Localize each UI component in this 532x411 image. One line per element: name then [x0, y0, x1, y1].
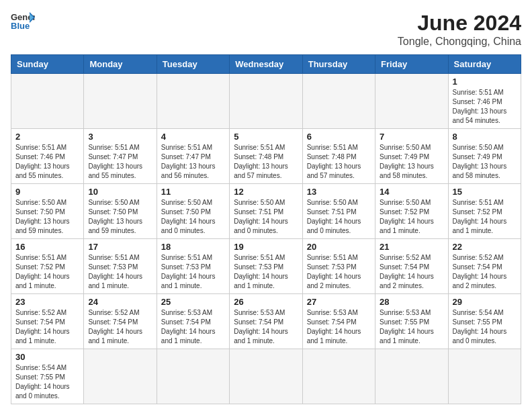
header-friday: Friday — [375, 55, 448, 74]
day-info: Sunrise: 5:51 AMSunset: 7:52 PMDaylight:… — [453, 198, 517, 236]
calendar-cell — [230, 349, 302, 404]
day-number: 24 — [88, 297, 152, 307]
day-info: Sunrise: 5:52 AMSunset: 7:54 PMDaylight:… — [380, 253, 443, 291]
calendar-cell: 30Sunrise: 5:54 AMSunset: 7:55 PMDayligh… — [11, 349, 84, 404]
header-thursday: Thursday — [302, 55, 375, 74]
calendar-cell: 23Sunrise: 5:52 AMSunset: 7:54 PMDayligh… — [11, 294, 84, 349]
calendar-cell: 14Sunrise: 5:50 AMSunset: 7:52 PMDayligh… — [375, 184, 448, 239]
calendar-week-1: 2Sunrise: 5:51 AMSunset: 7:46 PMDaylight… — [11, 129, 521, 184]
calendar-cell: 16Sunrise: 5:51 AMSunset: 7:52 PMDayligh… — [11, 239, 84, 294]
calendar-cell: 4Sunrise: 5:51 AMSunset: 7:47 PMDaylight… — [157, 129, 229, 184]
day-number: 14 — [380, 187, 443, 197]
calendar-cell: 15Sunrise: 5:51 AMSunset: 7:52 PMDayligh… — [448, 184, 521, 239]
calendar-cell — [84, 74, 157, 129]
day-number: 2 — [15, 132, 79, 142]
calendar-cell — [375, 74, 448, 129]
location-subtitle: Tongle, Chongqing, China — [398, 36, 521, 48]
day-number: 28 — [380, 297, 443, 307]
logo-icon: General Blue — [11, 11, 35, 31]
calendar-cell: 6Sunrise: 5:51 AMSunset: 7:48 PMDaylight… — [302, 129, 375, 184]
day-info: Sunrise: 5:52 AMSunset: 7:54 PMDaylight:… — [15, 308, 79, 346]
day-number: 30 — [15, 352, 79, 362]
day-info: Sunrise: 5:51 AMSunset: 7:46 PMDaylight:… — [453, 88, 517, 126]
calendar-cell: 11Sunrise: 5:50 AMSunset: 7:50 PMDayligh… — [157, 184, 229, 239]
calendar-cell — [84, 349, 157, 404]
calendar-cell: 3Sunrise: 5:51 AMSunset: 7:47 PMDaylight… — [84, 129, 157, 184]
calendar-cell — [302, 349, 375, 404]
day-info: Sunrise: 5:54 AMSunset: 7:55 PMDaylight:… — [453, 308, 517, 346]
calendar-cell: 22Sunrise: 5:52 AMSunset: 7:54 PMDayligh… — [448, 239, 521, 294]
calendar-cell: 29Sunrise: 5:54 AMSunset: 7:55 PMDayligh… — [448, 294, 521, 349]
calendar-cell: 10Sunrise: 5:50 AMSunset: 7:50 PMDayligh… — [84, 184, 157, 239]
calendar-cell: 12Sunrise: 5:50 AMSunset: 7:51 PMDayligh… — [230, 184, 302, 239]
day-number: 4 — [161, 132, 225, 142]
day-number: 29 — [453, 297, 517, 307]
calendar-cell: 18Sunrise: 5:51 AMSunset: 7:53 PMDayligh… — [157, 239, 229, 294]
header: General Blue June 2024 Tongle, Chongqing… — [11, 11, 521, 48]
day-number: 16 — [15, 242, 79, 252]
day-number: 25 — [161, 297, 225, 307]
calendar-cell: 9Sunrise: 5:50 AMSunset: 7:50 PMDaylight… — [11, 184, 84, 239]
day-number: 11 — [161, 187, 225, 197]
day-number: 21 — [380, 242, 443, 252]
day-info: Sunrise: 5:50 AMSunset: 7:50 PMDaylight:… — [88, 198, 152, 236]
day-info: Sunrise: 5:50 AMSunset: 7:51 PMDaylight:… — [234, 198, 298, 236]
day-number: 8 — [453, 132, 517, 142]
calendar-cell: 17Sunrise: 5:51 AMSunset: 7:53 PMDayligh… — [84, 239, 157, 294]
calendar-cell: 21Sunrise: 5:52 AMSunset: 7:54 PMDayligh… — [375, 239, 448, 294]
day-number: 15 — [453, 187, 517, 197]
day-info: Sunrise: 5:51 AMSunset: 7:53 PMDaylight:… — [88, 253, 152, 291]
logo: General Blue — [11, 11, 35, 31]
day-info: Sunrise: 5:51 AMSunset: 7:47 PMDaylight:… — [88, 143, 152, 181]
calendar-week-0: 1Sunrise: 5:51 AMSunset: 7:46 PMDaylight… — [11, 74, 521, 129]
day-info: Sunrise: 5:51 AMSunset: 7:53 PMDaylight:… — [307, 253, 371, 291]
calendar-cell — [230, 74, 302, 129]
day-number: 6 — [307, 132, 371, 142]
calendar-week-5: 30Sunrise: 5:54 AMSunset: 7:55 PMDayligh… — [11, 349, 521, 404]
calendar-cell — [157, 349, 229, 404]
day-info: Sunrise: 5:53 AMSunset: 7:54 PMDaylight:… — [161, 308, 225, 346]
calendar-cell: 26Sunrise: 5:53 AMSunset: 7:54 PMDayligh… — [230, 294, 302, 349]
day-info: Sunrise: 5:51 AMSunset: 7:47 PMDaylight:… — [161, 143, 225, 181]
day-number: 17 — [88, 242, 152, 252]
day-info: Sunrise: 5:54 AMSunset: 7:55 PMDaylight:… — [15, 363, 79, 401]
day-number: 13 — [307, 187, 371, 197]
calendar-cell: 28Sunrise: 5:53 AMSunset: 7:55 PMDayligh… — [375, 294, 448, 349]
day-number: 23 — [15, 297, 79, 307]
day-number: 10 — [88, 187, 152, 197]
calendar-cell — [11, 74, 84, 129]
day-info: Sunrise: 5:51 AMSunset: 7:46 PMDaylight:… — [15, 143, 79, 181]
calendar-cell: 20Sunrise: 5:51 AMSunset: 7:53 PMDayligh… — [302, 239, 375, 294]
calendar-cell: 8Sunrise: 5:50 AMSunset: 7:49 PMDaylight… — [448, 129, 521, 184]
calendar-cell: 25Sunrise: 5:53 AMSunset: 7:54 PMDayligh… — [157, 294, 229, 349]
day-number: 27 — [307, 297, 371, 307]
day-number: 7 — [380, 132, 443, 142]
day-info: Sunrise: 5:50 AMSunset: 7:50 PMDaylight:… — [15, 198, 79, 236]
calendar-cell: 7Sunrise: 5:50 AMSunset: 7:49 PMDaylight… — [375, 129, 448, 184]
calendar-cell: 24Sunrise: 5:52 AMSunset: 7:54 PMDayligh… — [84, 294, 157, 349]
day-number: 5 — [234, 132, 298, 142]
calendar-cell: 1Sunrise: 5:51 AMSunset: 7:46 PMDaylight… — [448, 74, 521, 129]
day-info: Sunrise: 5:50 AMSunset: 7:49 PMDaylight:… — [453, 143, 517, 181]
day-info: Sunrise: 5:53 AMSunset: 7:54 PMDaylight:… — [307, 308, 371, 346]
calendar-cell — [302, 74, 375, 129]
day-number: 9 — [15, 187, 79, 197]
day-number: 22 — [453, 242, 517, 252]
calendar-cell: 2Sunrise: 5:51 AMSunset: 7:46 PMDaylight… — [11, 129, 84, 184]
day-info: Sunrise: 5:50 AMSunset: 7:49 PMDaylight:… — [380, 143, 443, 181]
day-info: Sunrise: 5:51 AMSunset: 7:53 PMDaylight:… — [161, 253, 225, 291]
header-monday: Monday — [84, 55, 157, 74]
day-info: Sunrise: 5:50 AMSunset: 7:51 PMDaylight:… — [307, 198, 371, 236]
calendar-cell: 5Sunrise: 5:51 AMSunset: 7:48 PMDaylight… — [230, 129, 302, 184]
calendar-cell: 27Sunrise: 5:53 AMSunset: 7:54 PMDayligh… — [302, 294, 375, 349]
day-info: Sunrise: 5:52 AMSunset: 7:54 PMDaylight:… — [88, 308, 152, 346]
calendar-week-2: 9Sunrise: 5:50 AMSunset: 7:50 PMDaylight… — [11, 184, 521, 239]
day-info: Sunrise: 5:53 AMSunset: 7:54 PMDaylight:… — [234, 308, 298, 346]
title-section: June 2024 Tongle, Chongqing, China — [398, 11, 521, 48]
day-info: Sunrise: 5:50 AMSunset: 7:50 PMDaylight:… — [161, 198, 225, 236]
calendar-cell — [375, 349, 448, 404]
day-info: Sunrise: 5:52 AMSunset: 7:54 PMDaylight:… — [453, 253, 517, 291]
day-number: 19 — [234, 242, 298, 252]
day-number: 20 — [307, 242, 371, 252]
svg-text:Blue: Blue — [11, 21, 30, 31]
